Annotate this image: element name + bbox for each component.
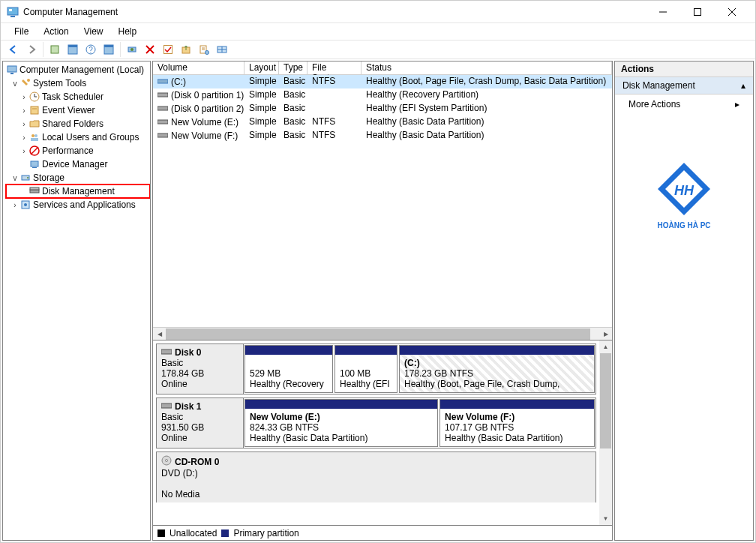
svg-point-56 <box>166 460 168 462</box>
drive-icon <box>158 104 168 114</box>
svg-rect-28 <box>10 73 14 74</box>
tree-pane[interactable]: Computer Management (Local) v System Too… <box>2 61 151 541</box>
partition[interactable]: 100 MBHealthy (EFI <box>334 345 398 393</box>
col-volume[interactable]: Volume <box>153 62 244 75</box>
svg-rect-41 <box>32 167 37 168</box>
svg-rect-4 <box>694 8 701 15</box>
new-window-button[interactable] <box>46 41 63 58</box>
refresh-button[interactable] <box>124 41 140 58</box>
disk1-label: Disk 1 Basic 931.50 GB Online <box>157 398 244 448</box>
export-button[interactable] <box>178 41 194 58</box>
disk-row-0[interactable]: Disk 0 Basic 178.84 GB Online 529 MBHeal… <box>156 344 596 394</box>
volume-row[interactable]: New Volume (F:) Simple Basic NTFS Health… <box>153 129 612 142</box>
maximize-button[interactable] <box>680 2 715 22</box>
volume-row[interactable]: (C:) Simple Basic NTFS Healthy (Boot, Pa… <box>153 75 612 88</box>
chevron-right-icon: ▸ <box>735 99 740 110</box>
collapse-icon: ▴ <box>741 80 746 91</box>
tree-storage[interactable]: v Storage <box>6 171 150 184</box>
volume-row[interactable]: New Volume (E:) Simple Basic NTFS Health… <box>153 116 612 129</box>
svg-rect-9 <box>68 45 77 47</box>
svg-rect-37 <box>31 138 38 141</box>
svg-rect-40 <box>31 161 38 166</box>
center-pane: Volume Layout Type File System Status (C… <box>152 61 613 541</box>
legend: Unallocated Primary partition <box>153 525 612 540</box>
tree-root[interactable]: Computer Management (Local) <box>6 63 150 76</box>
cdrom-icon <box>161 455 172 468</box>
app-icon <box>7 6 19 18</box>
forward-button[interactable] <box>23 41 40 58</box>
delete-button[interactable] <box>142 41 158 58</box>
col-status[interactable]: Status <box>362 62 612 75</box>
col-type[interactable]: Type <box>279 62 308 75</box>
titlebar: Computer Management <box>1 1 755 23</box>
volume-list[interactable]: (C:) Simple Basic NTFS Healthy (Boot, Pa… <box>153 75 612 142</box>
drive-icon <box>158 117 168 128</box>
partition-selected[interactable]: (C:)178.23 GB NTFSHealthy (Boot, Page Fi… <box>399 345 595 393</box>
disk0-label: Disk 0 Basic 178.84 GB Online <box>157 344 244 394</box>
volume-row[interactable]: (Disk 0 partition 1) Simple Basic Health… <box>153 88 612 102</box>
storage-icon <box>20 172 32 184</box>
back-button[interactable] <box>5 41 22 58</box>
tree-perf[interactable]: › Performance <box>6 144 150 158</box>
actions-header: Actions <box>615 62 753 77</box>
device-icon <box>28 158 40 170</box>
svg-rect-45 <box>30 188 39 190</box>
disk-row-cd[interactable]: CD-ROM 0 DVD (D:) No Media <box>156 452 596 502</box>
tree-services[interactable]: › Services and Applications <box>6 198 150 212</box>
services-icon <box>20 199 32 211</box>
tree-devmgr[interactable]: Device Manager <box>6 158 150 171</box>
help-button[interactable]: ? <box>82 41 99 58</box>
menu-action[interactable]: Action <box>38 25 74 38</box>
partition[interactable]: 529 MBHealthy (Recovery <box>244 345 333 393</box>
view-button[interactable] <box>64 41 81 58</box>
svg-rect-53 <box>161 350 172 354</box>
computer-icon <box>6 64 18 76</box>
svg-rect-27 <box>8 66 16 72</box>
cdrom-label: CD-ROM 0 DVD (D:) No Media <box>157 452 596 502</box>
partition[interactable]: New Volume (F:)107.17 GB NTFSHealthy (Ba… <box>440 399 595 447</box>
svg-rect-52 <box>158 134 168 137</box>
tree-localusers[interactable]: › Local Users and Groups <box>6 130 150 144</box>
svg-point-15 <box>130 48 134 51</box>
menu-view[interactable]: View <box>78 25 110 38</box>
svg-rect-51 <box>158 120 168 124</box>
svg-point-23 <box>206 51 209 55</box>
col-fs[interactable]: File System <box>308 62 362 75</box>
tree-task[interactable]: › Task Scheduler <box>6 90 150 104</box>
toolbar: ? <box>1 40 755 59</box>
disk-icon <box>161 401 172 412</box>
volume-row[interactable]: (Disk 0 partition 2) Simple Basic Health… <box>153 102 612 116</box>
vscrollbar[interactable]: ▲▼ <box>599 340 612 525</box>
hscrollbar[interactable]: ◀▶ <box>153 327 612 340</box>
tree-systools[interactable]: v System Tools <box>6 76 150 90</box>
properties-button[interactable] <box>196 41 212 58</box>
menu-file[interactable]: File <box>8 25 34 38</box>
tree-event[interactable]: › Event Viewer <box>6 104 150 117</box>
disk-row-1[interactable]: Disk 1 Basic 931.50 GB Online New Volume… <box>156 398 596 448</box>
col-layout[interactable]: Layout <box>244 62 279 75</box>
volume-header: Volume Layout Type File System Status <box>153 62 612 75</box>
svg-rect-2 <box>10 16 15 17</box>
tree-diskmgmt[interactable]: Disk Management <box>6 184 150 198</box>
tools-icon <box>20 77 32 89</box>
grid-button[interactable] <box>214 41 230 58</box>
svg-point-35 <box>32 134 34 137</box>
svg-rect-54 <box>161 404 172 408</box>
partition[interactable]: New Volume (E:)824.33 GB NTFSHealthy (Ba… <box>244 399 438 447</box>
svg-point-47 <box>24 203 27 206</box>
svg-point-43 <box>27 177 28 178</box>
menu-help[interactable]: Help <box>112 25 143 38</box>
clock-icon <box>28 91 40 103</box>
check-button[interactable] <box>160 41 176 58</box>
svg-rect-1 <box>9 9 12 11</box>
actions-more[interactable]: More Actions ▸ <box>615 94 753 114</box>
drive-icon <box>158 130 168 141</box>
minimize-button[interactable] <box>646 2 680 22</box>
svg-point-36 <box>34 134 38 137</box>
tree-shared[interactable]: › Shared Folders <box>6 117 150 130</box>
view2-button[interactable] <box>100 41 117 58</box>
actions-diskmgmt[interactable]: Disk Management ▴ <box>615 77 753 94</box>
disk-panel: Disk 0 Basic 178.84 GB Online 529 MBHeal… <box>153 340 612 525</box>
event-icon <box>28 104 40 116</box>
close-button[interactable] <box>715 2 749 22</box>
